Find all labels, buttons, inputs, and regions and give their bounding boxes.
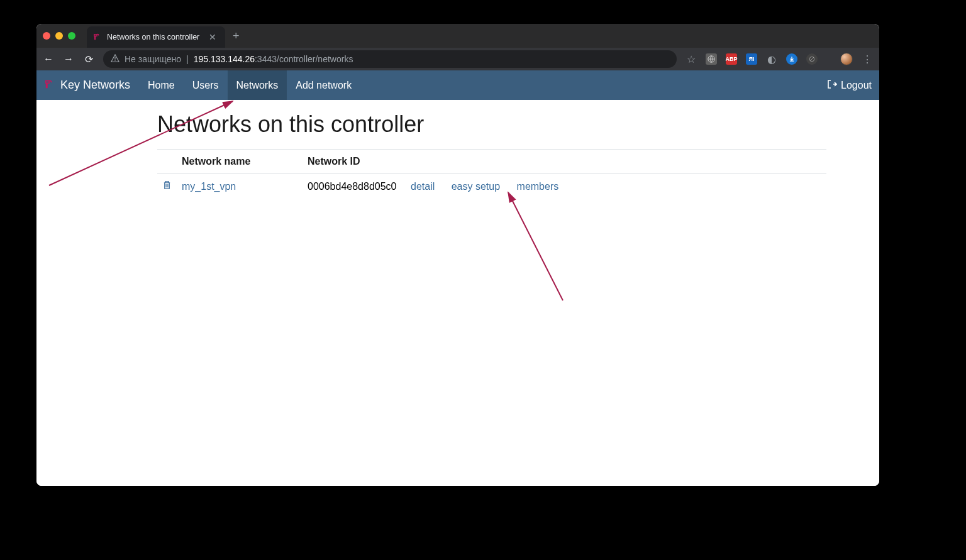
brand[interactable]: Key Networks <box>44 79 130 92</box>
url-separator: | <box>186 54 189 64</box>
profile-avatar[interactable] <box>840 53 853 65</box>
translate-extension-icon[interactable]: ЯI <box>746 53 757 65</box>
detail-link[interactable]: detail <box>411 181 435 192</box>
brand-icon <box>44 79 55 92</box>
security-label: Не защищено <box>125 54 181 64</box>
maximize-window-button[interactable] <box>68 32 75 40</box>
delete-network-button[interactable] <box>162 181 172 192</box>
nav-home[interactable]: Home <box>139 70 184 100</box>
table-row: my_1st_vpn 0006bd4e8d8d05c0 detail easy … <box>157 174 826 199</box>
favicon-icon <box>93 33 102 41</box>
app-navbar: Key Networks Home Users Networks Add net… <box>36 70 879 100</box>
new-tab-button[interactable]: + <box>225 30 247 43</box>
address-bar: ← → ⟳ Не защищено | 195.133.144.26:3443/… <box>36 48 879 70</box>
browser-window: Networks on this controller ✕ + ← → ⟳ Не… <box>36 24 879 486</box>
svg-line-4 <box>810 57 814 61</box>
brand-text: Key Networks <box>60 79 130 92</box>
column-network-name: Network name <box>177 150 303 174</box>
url-display: 195.133.144.26:3443/controller/networks <box>194 54 353 64</box>
logout-button[interactable]: Logout <box>827 79 872 92</box>
url-input[interactable]: Не защищено | 195.133.144.26:3443/contro… <box>103 50 677 68</box>
menu-button[interactable]: ⋮ <box>862 53 873 65</box>
logout-label: Logout <box>841 80 872 91</box>
svg-point-1 <box>114 60 115 60</box>
download-extension-icon[interactable] <box>786 53 797 65</box>
browser-tab[interactable]: Networks on this controller ✕ <box>87 26 225 48</box>
reload-button[interactable]: ⟳ <box>83 53 94 65</box>
logout-icon <box>827 79 837 92</box>
abp-extension-icon[interactable]: ABP <box>726 53 737 65</box>
network-id: 0006bd4e8d8d05c0 <box>308 181 396 192</box>
close-tab-button[interactable]: ✕ <box>206 32 219 42</box>
minimize-window-button[interactable] <box>55 32 63 40</box>
globe-extension-icon[interactable] <box>706 53 717 65</box>
toolbar-icons: ☆ ABP ЯI ◐ ⋮ <box>686 53 873 65</box>
network-name-link[interactable]: my_1st_vpn <box>182 181 236 192</box>
page-content: Networks on this controller Network name… <box>36 100 879 486</box>
easy-setup-link[interactable]: easy setup <box>452 181 500 192</box>
forward-button[interactable]: → <box>63 53 74 65</box>
page-title: Networks on this controller <box>157 111 826 138</box>
bookmark-star-icon[interactable]: ☆ <box>686 53 697 65</box>
not-secure-icon <box>111 54 119 65</box>
shield-extension-icon[interactable] <box>806 53 818 65</box>
column-network-id: Network ID <box>303 150 406 174</box>
nav-networks[interactable]: Networks <box>228 70 287 100</box>
moon-extension-icon[interactable]: ◐ <box>766 53 777 65</box>
members-link[interactable]: members <box>517 181 559 192</box>
tab-bar: Networks on this controller ✕ + <box>36 24 879 48</box>
window-controls <box>43 32 75 40</box>
nav-users[interactable]: Users <box>184 70 228 100</box>
tab-title: Networks on this controller <box>107 33 199 41</box>
back-button[interactable]: ← <box>43 53 54 65</box>
networks-table: Network name Network ID my_1st_vpn 000 <box>157 149 826 199</box>
close-window-button[interactable] <box>43 32 50 40</box>
nav-add-network[interactable]: Add network <box>287 70 360 100</box>
